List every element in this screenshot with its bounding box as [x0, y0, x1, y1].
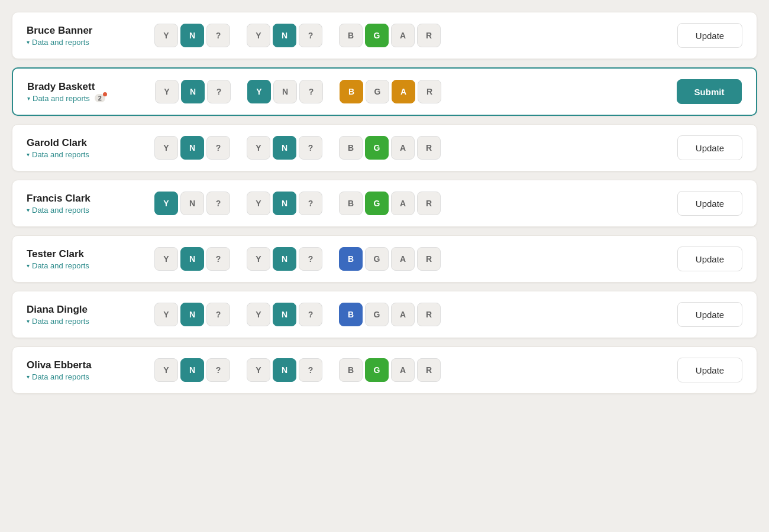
group3-btn-r-tester-clark[interactable]: R	[417, 247, 441, 271]
group1-btn-q-tester-clark[interactable]: ?	[206, 247, 230, 271]
group2-btn-N-garold-clark[interactable]: N	[273, 136, 296, 160]
group3-btn-b-francis-clark[interactable]: B	[339, 192, 363, 215]
group2-btn-N-francis-clark[interactable]: N	[273, 192, 296, 215]
group3-btn-a-francis-clark[interactable]: A	[391, 192, 415, 215]
group3-tester-clark: BGAR	[339, 247, 441, 271]
group3-btn-a-bruce-banner[interactable]: A	[391, 24, 415, 47]
group1-btn-q-francis-clark[interactable]: ?	[206, 192, 230, 215]
group2-btn-Y-oliva-ebberta[interactable]: Y	[247, 358, 270, 382]
group2-btn-q-oliva-ebberta[interactable]: ?	[299, 358, 322, 382]
chevron-down-icon: ▾	[27, 95, 30, 102]
data-reports-link-diana-dingle[interactable]: ▾Data and reports	[27, 317, 145, 326]
person-row-oliva-ebberta: Oliva Ebberta▾Data and reportsYN?YN?BGAR…	[12, 346, 757, 394]
person-name-bruce-banner: Bruce Banner	[27, 25, 145, 37]
person-name-oliva-ebberta: Oliva Ebberta	[27, 359, 145, 371]
group2-garold-clark: YN?	[247, 136, 322, 160]
group2-btn-Y-tester-clark[interactable]: Y	[247, 247, 270, 271]
chevron-down-icon: ▾	[27, 151, 30, 158]
group2-btn-Y-garold-clark[interactable]: Y	[247, 136, 270, 160]
group1-bruce-banner: YN?	[154, 24, 230, 47]
person-name-tester-clark: Tester Clark	[27, 248, 145, 260]
group1-btn-N-bruce-banner[interactable]: N	[180, 24, 204, 47]
data-reports-text: Data and reports	[32, 372, 89, 381]
group1-btn-Y-tester-clark[interactable]: Y	[154, 247, 178, 271]
group3-btn-b-garold-clark[interactable]: B	[339, 136, 363, 160]
button-groups-tester-clark: YN?YN?BGAR	[154, 247, 668, 271]
group3-btn-b-brady-baskett[interactable]: B	[340, 80, 363, 103]
group3-btn-r-diana-dingle[interactable]: R	[417, 303, 441, 326]
group3-btn-g-francis-clark[interactable]: G	[365, 192, 389, 215]
notification-badge: 2	[95, 94, 105, 102]
group3-btn-a-tester-clark[interactable]: A	[391, 247, 415, 271]
group1-btn-N-tester-clark[interactable]: N	[180, 247, 204, 271]
group1-diana-dingle: YN?	[154, 303, 230, 326]
group1-btn-Y-oliva-ebberta[interactable]: Y	[154, 358, 178, 382]
group3-btn-r-garold-clark[interactable]: R	[417, 136, 441, 160]
group3-btn-a-oliva-ebberta[interactable]: A	[391, 358, 415, 382]
group3-btn-g-oliva-ebberta[interactable]: G	[365, 358, 389, 382]
group2-btn-q-bruce-banner[interactable]: ?	[299, 24, 322, 47]
data-reports-link-tester-clark[interactable]: ▾Data and reports	[27, 261, 145, 270]
group2-btn-Y-francis-clark[interactable]: Y	[247, 192, 270, 215]
action-btn-brady-baskett[interactable]: Submit	[677, 79, 742, 104]
group3-btn-g-garold-clark[interactable]: G	[365, 136, 389, 160]
person-row-garold-clark: Garold Clark▾Data and reportsYN?YN?BGARU…	[12, 124, 757, 171]
group3-btn-b-oliva-ebberta[interactable]: B	[339, 358, 363, 382]
group1-btn-q-brady-baskett[interactable]: ?	[207, 80, 231, 103]
data-reports-link-oliva-ebberta[interactable]: ▾Data and reports	[27, 372, 145, 381]
action-btn-francis-clark[interactable]: Update	[677, 191, 742, 216]
group3-btn-r-oliva-ebberta[interactable]: R	[417, 358, 441, 382]
group2-btn-Y-brady-baskett[interactable]: Y	[247, 80, 271, 103]
group2-btn-Y-bruce-banner[interactable]: Y	[247, 24, 270, 47]
data-reports-link-bruce-banner[interactable]: ▾Data and reports	[27, 38, 145, 47]
group1-btn-Y-garold-clark[interactable]: Y	[154, 136, 178, 160]
group3-btn-a-brady-baskett[interactable]: A	[392, 80, 415, 103]
group3-btn-a-garold-clark[interactable]: A	[391, 136, 415, 160]
group1-btn-q-diana-dingle[interactable]: ?	[206, 303, 230, 326]
group2-btn-q-francis-clark[interactable]: ?	[299, 192, 322, 215]
action-btn-garold-clark[interactable]: Update	[677, 135, 742, 160]
group3-btn-g-brady-baskett[interactable]: G	[366, 80, 389, 103]
group3-btn-b-tester-clark[interactable]: B	[339, 247, 363, 271]
group1-btn-Y-brady-baskett[interactable]: Y	[155, 80, 179, 103]
group1-btn-N-brady-baskett[interactable]: N	[181, 80, 205, 103]
group2-btn-N-brady-baskett[interactable]: N	[273, 80, 297, 103]
action-btn-tester-clark[interactable]: Update	[677, 246, 742, 271]
group3-btn-r-brady-baskett[interactable]: R	[418, 80, 441, 103]
group3-btn-g-diana-dingle[interactable]: G	[365, 303, 389, 326]
data-reports-link-garold-clark[interactable]: ▾Data and reports	[27, 150, 145, 159]
group1-btn-N-garold-clark[interactable]: N	[180, 136, 204, 160]
group1-btn-N-diana-dingle[interactable]: N	[180, 303, 204, 326]
group3-btn-b-diana-dingle[interactable]: B	[339, 303, 363, 326]
data-reports-text: Data and reports	[33, 94, 90, 103]
group2-btn-N-tester-clark[interactable]: N	[273, 247, 296, 271]
group1-btn-Y-bruce-banner[interactable]: Y	[154, 24, 178, 47]
group1-btn-N-oliva-ebberta[interactable]: N	[180, 358, 204, 382]
group3-btn-b-bruce-banner[interactable]: B	[339, 24, 363, 47]
action-btn-diana-dingle[interactable]: Update	[677, 302, 742, 327]
group2-francis-clark: YN?	[247, 192, 322, 215]
group2-btn-N-diana-dingle[interactable]: N	[273, 303, 296, 326]
group2-btn-q-tester-clark[interactable]: ?	[299, 247, 322, 271]
group3-btn-a-diana-dingle[interactable]: A	[391, 303, 415, 326]
group3-btn-r-bruce-banner[interactable]: R	[417, 24, 441, 47]
action-btn-bruce-banner[interactable]: Update	[677, 23, 742, 48]
group1-btn-q-garold-clark[interactable]: ?	[206, 136, 230, 160]
group3-btn-r-francis-clark[interactable]: R	[417, 192, 441, 215]
group3-btn-g-bruce-banner[interactable]: G	[365, 24, 389, 47]
group2-btn-N-bruce-banner[interactable]: N	[273, 24, 296, 47]
group1-btn-N-francis-clark[interactable]: N	[180, 192, 204, 215]
group2-btn-q-brady-baskett[interactable]: ?	[299, 80, 323, 103]
group2-btn-q-garold-clark[interactable]: ?	[299, 136, 322, 160]
group1-btn-Y-francis-clark[interactable]: Y	[154, 192, 178, 215]
group2-btn-q-diana-dingle[interactable]: ?	[299, 303, 322, 326]
group1-btn-q-bruce-banner[interactable]: ?	[206, 24, 230, 47]
data-reports-link-brady-baskett[interactable]: ▾Data and reports2	[27, 94, 146, 103]
group1-btn-Y-diana-dingle[interactable]: Y	[154, 303, 178, 326]
group3-btn-g-tester-clark[interactable]: G	[365, 247, 389, 271]
group1-btn-q-oliva-ebberta[interactable]: ?	[206, 358, 230, 382]
data-reports-link-francis-clark[interactable]: ▾Data and reports	[27, 206, 145, 215]
group2-btn-Y-diana-dingle[interactable]: Y	[247, 303, 270, 326]
group2-btn-N-oliva-ebberta[interactable]: N	[273, 358, 296, 382]
action-btn-oliva-ebberta[interactable]: Update	[677, 358, 742, 382]
